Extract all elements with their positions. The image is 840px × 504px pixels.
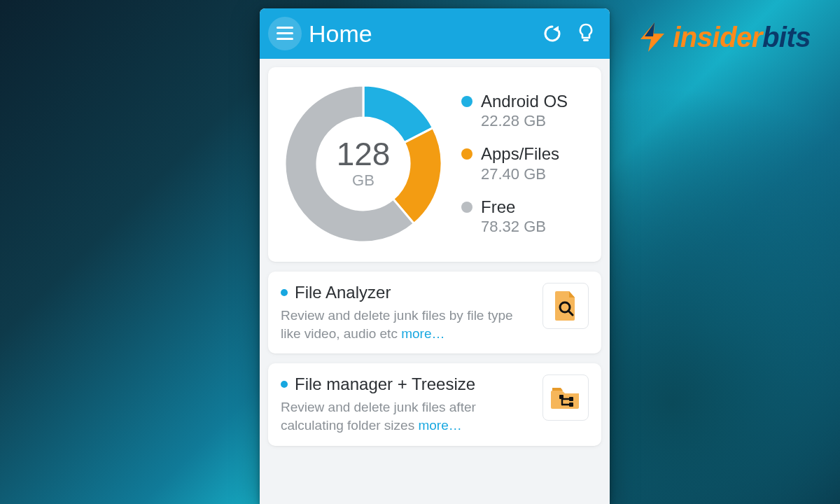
refresh-button[interactable] xyxy=(537,18,568,49)
storage-total-value: 128 xyxy=(337,138,391,170)
tool-description: Review and delete junk files after calcu… xyxy=(281,398,534,434)
legend-name: Free xyxy=(481,197,546,217)
svg-rect-3 xyxy=(276,32,293,34)
svg-rect-4 xyxy=(276,38,293,40)
bolt-icon xyxy=(636,21,668,53)
menu-button[interactable] xyxy=(268,17,302,50)
svg-rect-14 xyxy=(559,395,564,399)
storage-total-unit: GB xyxy=(352,172,374,190)
refresh-icon xyxy=(542,23,563,44)
brand-text-rest: bits xyxy=(762,22,811,52)
legend-name: Apps/Files xyxy=(481,144,559,164)
brand-text: insiderbits xyxy=(673,22,811,53)
legend-value: 27.40 GB xyxy=(481,165,559,183)
donut-center: 128 GB xyxy=(281,81,446,246)
svg-rect-6 xyxy=(583,39,589,41)
legend-name: Android OS xyxy=(481,92,568,111)
legend-value: 22.28 GB xyxy=(481,112,568,130)
legend-item-android-os[interactable]: Android OS 22.28 GB xyxy=(461,92,568,131)
lightbulb-icon xyxy=(577,23,595,44)
tips-button[interactable] xyxy=(570,18,601,49)
tool-description: Review and delete junk files by file typ… xyxy=(281,307,534,342)
tool-icon-button[interactable] xyxy=(542,283,589,329)
legend-item-free[interactable]: Free 78.32 GB xyxy=(461,197,568,237)
app-bar: Home xyxy=(260,8,610,59)
svg-rect-13 xyxy=(569,402,573,407)
tool-text: File Analyzer Review and delete junk fil… xyxy=(281,283,534,342)
bullet-icon xyxy=(281,289,288,296)
storage-card[interactable]: 128 GB Android OS 22.28 GB xyxy=(268,67,601,262)
tool-title: File manager + Treesize xyxy=(295,374,475,394)
legend-item-apps-files[interactable]: Apps/Files 27.40 GB xyxy=(461,144,568,183)
legend-dot xyxy=(461,96,472,107)
svg-marker-5 xyxy=(553,26,559,32)
tool-icon-button[interactable] xyxy=(542,374,589,421)
phone-frame: Home 128 GB xyxy=(260,8,610,504)
storage-legend: Android OS 22.28 GB Apps/Files 27.40 GB xyxy=(461,92,568,237)
stage: insiderbits Home xyxy=(0,0,840,504)
tool-text: File manager + Treesize Review and delet… xyxy=(281,374,534,434)
more-link[interactable]: more… xyxy=(401,326,444,341)
legend-dot xyxy=(461,148,472,160)
brand-text-first: insider xyxy=(673,22,762,52)
tool-card-file-analyzer[interactable]: File Analyzer Review and delete junk fil… xyxy=(268,272,601,354)
svg-rect-12 xyxy=(569,397,573,401)
legend-value: 78.32 GB xyxy=(481,218,546,236)
more-link[interactable]: more… xyxy=(418,418,461,433)
brand-logo: insiderbits xyxy=(636,21,811,53)
page-title: Home xyxy=(309,20,537,48)
bullet-icon xyxy=(281,381,288,388)
svg-rect-2 xyxy=(276,27,293,29)
content-area: 128 GB Android OS 22.28 GB xyxy=(260,59,610,446)
menu-icon xyxy=(276,27,293,41)
folder-tree-icon xyxy=(550,384,582,412)
legend-dot xyxy=(461,202,472,213)
tool-card-file-manager-treesize[interactable]: File manager + Treesize Review and delet… xyxy=(268,363,601,445)
tool-title: File Analyzer xyxy=(295,283,391,302)
storage-donut-chart: 128 GB xyxy=(281,81,446,246)
file-search-icon xyxy=(552,290,580,322)
